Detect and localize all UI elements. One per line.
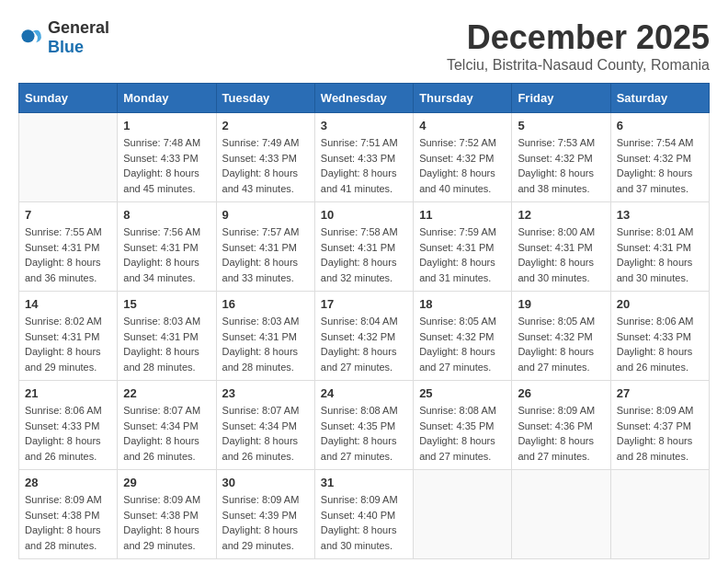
calendar-cell: 25Sunrise: 8:08 AMSunset: 4:35 PMDayligh… xyxy=(414,381,512,470)
logo-blue: Blue xyxy=(48,38,84,56)
day-number: 29 xyxy=(123,476,210,489)
day-info: Sunrise: 7:52 AMSunset: 4:32 PMDaylight:… xyxy=(419,135,506,196)
day-info: Sunrise: 8:08 AMSunset: 4:35 PMDaylight:… xyxy=(419,403,506,464)
day-number: 21 xyxy=(25,386,111,400)
day-info: Sunrise: 8:04 AMSunset: 4:32 PMDaylight:… xyxy=(321,314,407,374)
day-number: 22 xyxy=(123,386,210,400)
calendar-cell xyxy=(19,113,118,202)
day-info: Sunrise: 7:49 AMSunset: 4:33 PMDaylight:… xyxy=(222,135,309,196)
calendar-cell: 7Sunrise: 7:55 AMSunset: 4:31 PMDaylight… xyxy=(19,202,118,292)
calendar-week-row: 1Sunrise: 7:48 AMSunset: 4:33 PMDaylight… xyxy=(19,113,710,202)
calendar-cell: 27Sunrise: 8:09 AMSunset: 4:37 PMDayligh… xyxy=(610,381,709,470)
day-number: 28 xyxy=(25,476,111,489)
calendar-week-row: 7Sunrise: 7:55 AMSunset: 4:31 PMDaylight… xyxy=(19,202,710,292)
day-info: Sunrise: 8:02 AMSunset: 4:31 PMDaylight:… xyxy=(25,314,111,374)
day-number: 4 xyxy=(419,119,506,132)
calendar-cell: 26Sunrise: 8:09 AMSunset: 4:36 PMDayligh… xyxy=(512,381,610,470)
day-number: 31 xyxy=(321,476,407,489)
calendar-cell: 31Sunrise: 8:09 AMSunset: 4:40 PMDayligh… xyxy=(314,470,413,559)
calendar-cell: 16Sunrise: 8:03 AMSunset: 4:31 PMDayligh… xyxy=(216,292,314,381)
calendar-cell: 4Sunrise: 7:52 AMSunset: 4:32 PMDaylight… xyxy=(414,113,512,202)
calendar-cell: 5Sunrise: 7:53 AMSunset: 4:32 PMDaylight… xyxy=(512,113,610,202)
calendar-cell: 12Sunrise: 8:00 AMSunset: 4:31 PMDayligh… xyxy=(512,202,610,292)
calendar-cell: 8Sunrise: 7:56 AMSunset: 4:31 PMDaylight… xyxy=(118,202,216,292)
day-number: 18 xyxy=(419,297,506,311)
day-number: 9 xyxy=(222,208,309,222)
day-info: Sunrise: 7:56 AMSunset: 4:31 PMDaylight:… xyxy=(123,224,210,285)
month-year-title: December 2025 xyxy=(447,18,710,57)
day-number: 10 xyxy=(321,208,407,222)
day-number: 19 xyxy=(518,297,604,311)
day-number: 17 xyxy=(321,297,407,311)
day-info: Sunrise: 8:06 AMSunset: 4:33 PMDaylight:… xyxy=(25,403,111,464)
day-info: Sunrise: 8:00 AMSunset: 4:31 PMDaylight:… xyxy=(518,224,604,285)
day-info: Sunrise: 8:03 AMSunset: 4:31 PMDaylight:… xyxy=(222,314,309,374)
weekday-header-saturday: Saturday xyxy=(610,84,709,113)
weekday-header-wednesday: Wednesday xyxy=(314,84,413,113)
calendar-cell: 15Sunrise: 8:03 AMSunset: 4:31 PMDayligh… xyxy=(118,292,216,381)
day-number: 1 xyxy=(123,119,210,132)
calendar-cell: 1Sunrise: 7:48 AMSunset: 4:33 PMDaylight… xyxy=(118,113,216,202)
calendar-cell: 22Sunrise: 8:07 AMSunset: 4:34 PMDayligh… xyxy=(118,381,216,470)
calendar-table: SundayMondayTuesdayWednesdayThursdayFrid… xyxy=(18,83,710,559)
calendar-cell: 23Sunrise: 8:07 AMSunset: 4:34 PMDayligh… xyxy=(216,381,314,470)
calendar-week-row: 21Sunrise: 8:06 AMSunset: 4:33 PMDayligh… xyxy=(19,381,710,470)
day-number: 5 xyxy=(518,119,604,132)
calendar-cell: 28Sunrise: 8:09 AMSunset: 4:38 PMDayligh… xyxy=(19,470,118,559)
day-number: 26 xyxy=(518,386,604,400)
weekday-header-monday: Monday xyxy=(118,84,216,113)
day-number: 20 xyxy=(617,297,703,311)
day-number: 12 xyxy=(518,208,604,222)
calendar-cell xyxy=(512,470,610,559)
calendar-cell: 29Sunrise: 8:09 AMSunset: 4:38 PMDayligh… xyxy=(118,470,216,559)
day-info: Sunrise: 7:54 AMSunset: 4:32 PMDaylight:… xyxy=(617,135,703,196)
day-info: Sunrise: 8:09 AMSunset: 4:40 PMDaylight:… xyxy=(321,492,407,553)
day-number: 6 xyxy=(617,119,703,132)
svg-point-0 xyxy=(22,29,35,42)
calendar-cell: 6Sunrise: 7:54 AMSunset: 4:32 PMDaylight… xyxy=(610,113,709,202)
calendar-cell: 13Sunrise: 8:01 AMSunset: 4:31 PMDayligh… xyxy=(610,202,709,292)
location-subtitle: Telciu, Bistrita-Nasaud County, Romania xyxy=(447,57,710,74)
day-number: 16 xyxy=(222,297,309,311)
day-info: Sunrise: 8:09 AMSunset: 4:39 PMDaylight:… xyxy=(222,492,309,553)
day-number: 24 xyxy=(321,386,407,400)
day-info: Sunrise: 7:58 AMSunset: 4:31 PMDaylight:… xyxy=(321,224,407,285)
day-info: Sunrise: 8:05 AMSunset: 4:32 PMDaylight:… xyxy=(518,314,604,374)
weekday-header-sunday: Sunday xyxy=(19,84,118,113)
day-info: Sunrise: 7:51 AMSunset: 4:33 PMDaylight:… xyxy=(321,135,407,196)
calendar-cell: 30Sunrise: 8:09 AMSunset: 4:39 PMDayligh… xyxy=(216,470,314,559)
calendar-cell: 2Sunrise: 7:49 AMSunset: 4:33 PMDaylight… xyxy=(216,113,314,202)
day-info: Sunrise: 7:57 AMSunset: 4:31 PMDaylight:… xyxy=(222,224,309,285)
calendar-cell: 11Sunrise: 7:59 AMSunset: 4:31 PMDayligh… xyxy=(414,202,512,292)
calendar-cell: 24Sunrise: 8:08 AMSunset: 4:35 PMDayligh… xyxy=(314,381,413,470)
day-number: 8 xyxy=(123,208,210,222)
calendar-cell: 3Sunrise: 7:51 AMSunset: 4:33 PMDaylight… xyxy=(314,113,413,202)
day-info: Sunrise: 8:03 AMSunset: 4:31 PMDaylight:… xyxy=(123,314,210,374)
calendar-cell: 19Sunrise: 8:05 AMSunset: 4:32 PMDayligh… xyxy=(512,292,610,381)
calendar-cell: 10Sunrise: 7:58 AMSunset: 4:31 PMDayligh… xyxy=(314,202,413,292)
weekday-header-row: SundayMondayTuesdayWednesdayThursdayFrid… xyxy=(19,84,710,113)
day-info: Sunrise: 8:09 AMSunset: 4:36 PMDaylight:… xyxy=(518,403,604,464)
day-info: Sunrise: 8:08 AMSunset: 4:35 PMDaylight:… xyxy=(321,403,407,464)
day-info: Sunrise: 8:05 AMSunset: 4:32 PMDaylight:… xyxy=(419,314,506,374)
title-section: December 2025 Telciu, Bistrita-Nasaud Co… xyxy=(447,18,710,74)
calendar-cell xyxy=(610,470,709,559)
day-number: 27 xyxy=(617,386,703,400)
day-info: Sunrise: 8:07 AMSunset: 4:34 PMDaylight:… xyxy=(222,403,309,464)
day-info: Sunrise: 7:53 AMSunset: 4:32 PMDaylight:… xyxy=(518,135,604,196)
calendar-week-row: 14Sunrise: 8:02 AMSunset: 4:31 PMDayligh… xyxy=(19,292,710,381)
day-number: 2 xyxy=(222,119,309,132)
day-number: 23 xyxy=(222,386,309,400)
calendar-cell: 9Sunrise: 7:57 AMSunset: 4:31 PMDaylight… xyxy=(216,202,314,292)
page-header: General Blue December 2025 Telciu, Bistr… xyxy=(18,18,710,74)
day-info: Sunrise: 8:01 AMSunset: 4:31 PMDaylight:… xyxy=(617,224,703,285)
logo-icon xyxy=(18,25,44,51)
logo-general: General xyxy=(48,18,109,37)
day-info: Sunrise: 8:09 AMSunset: 4:38 PMDaylight:… xyxy=(25,492,111,553)
day-number: 3 xyxy=(321,119,407,132)
calendar-cell: 14Sunrise: 8:02 AMSunset: 4:31 PMDayligh… xyxy=(19,292,118,381)
day-number: 30 xyxy=(222,476,309,489)
calendar-week-row: 28Sunrise: 8:09 AMSunset: 4:38 PMDayligh… xyxy=(19,470,710,559)
day-info: Sunrise: 7:48 AMSunset: 4:33 PMDaylight:… xyxy=(123,135,210,196)
day-number: 11 xyxy=(419,208,506,222)
